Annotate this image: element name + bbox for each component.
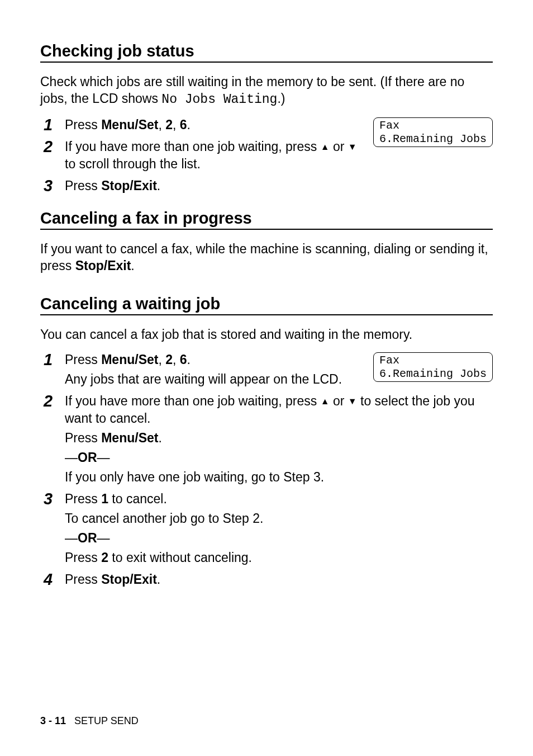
t: Menu/Set bbox=[101, 431, 158, 445]
steps-section3: 1 Press Menu/Set, 2, 6. Any jobs that ar… bbox=[40, 351, 493, 591]
intro-3: You can cancel a fax job that is stored … bbox=[40, 327, 493, 343]
t: , bbox=[158, 352, 165, 367]
step-num: 2 bbox=[40, 393, 65, 409]
up-arrow-icon: ▲ bbox=[321, 142, 330, 152]
up-arrow-icon: ▲ bbox=[321, 396, 330, 406]
s3-step3-l2: To cancel another job go to Step 2. bbox=[65, 510, 493, 527]
s3-step3-l3: —OR— bbox=[65, 530, 493, 547]
lcd-display-2: Fax 6.Remaining Jobs bbox=[373, 352, 493, 382]
intro-post: .) bbox=[277, 91, 285, 106]
down-arrow-icon: ▼ bbox=[348, 396, 357, 406]
page-footer: 3 - 11 SETUP SEND bbox=[40, 715, 139, 727]
t: to scroll through the list. bbox=[65, 157, 201, 171]
section-title-checking: Checking job status bbox=[40, 42, 493, 63]
t: 2 bbox=[101, 550, 108, 565]
t: 6 bbox=[180, 117, 187, 132]
t: Press bbox=[65, 352, 101, 367]
t: . bbox=[157, 178, 160, 193]
t: Stop/Exit bbox=[101, 572, 157, 587]
t: Press bbox=[65, 492, 101, 506]
t: or bbox=[330, 139, 348, 154]
lcd2-l2: 6.Remaining Jobs bbox=[379, 367, 487, 380]
step-num: 1 bbox=[40, 116, 65, 133]
t: Press bbox=[65, 431, 101, 445]
s3-step2-l4: If you only have one job waiting, go to … bbox=[65, 469, 493, 486]
s3-step3-l4: Press 2 to exit without canceling. bbox=[65, 549, 493, 566]
t: Stop/Exit bbox=[75, 258, 131, 273]
step-num: 3 bbox=[40, 490, 65, 507]
t: If you have more than one job waiting, p… bbox=[65, 394, 321, 408]
t: OR bbox=[78, 531, 97, 545]
t: 1 bbox=[101, 492, 108, 506]
step-3: 3 Press Stop/Exit. bbox=[40, 177, 493, 197]
lcd-display-1: Fax 6.Remaining Jobs bbox=[373, 117, 493, 147]
t: to cancel. bbox=[108, 492, 167, 506]
t: — bbox=[65, 450, 78, 465]
lcd1-l1: Fax bbox=[379, 119, 399, 132]
t: Press bbox=[65, 572, 101, 587]
step2-text: If you have more than one job waiting, p… bbox=[65, 138, 365, 173]
step1-text: Press Menu/Set, 2, 6. bbox=[65, 116, 365, 134]
page-number: 3 - 11 bbox=[40, 715, 66, 726]
s3-step1-l2: Any jobs that are waiting will appear on… bbox=[65, 371, 365, 388]
t: to exit without canceling. bbox=[108, 550, 252, 565]
lcd1-l2: 6.Remaining Jobs bbox=[379, 133, 487, 145]
chapter-name: SETUP SEND bbox=[74, 715, 139, 726]
t: . bbox=[131, 258, 134, 273]
t: Stop/Exit bbox=[101, 178, 157, 193]
step-num: 1 bbox=[40, 351, 65, 368]
intro-1: Check which jobs are still waiting in th… bbox=[40, 74, 493, 108]
step-1: 1 Press Menu/Set, 2, 6. Any jobs that ar… bbox=[40, 351, 365, 390]
t: , bbox=[158, 117, 165, 132]
step-num: 4 bbox=[40, 571, 65, 588]
lcd2-l1: Fax bbox=[379, 354, 399, 367]
step-4: 4 Press Stop/Exit. bbox=[40, 571, 493, 590]
s3-step2-l1: If you have more than one job waiting, p… bbox=[65, 393, 493, 427]
t: , bbox=[173, 352, 180, 367]
step3-text: Press Stop/Exit. bbox=[65, 177, 493, 195]
t: . bbox=[158, 431, 161, 445]
t: , bbox=[173, 117, 180, 132]
t: 6 bbox=[180, 352, 187, 367]
t: . bbox=[157, 572, 160, 587]
t: OR bbox=[78, 450, 97, 465]
s3-step1-l1: Press Menu/Set, 2, 6. bbox=[65, 351, 365, 368]
step-2: 2 If you have more than one job waiting,… bbox=[40, 393, 493, 488]
t: — bbox=[97, 531, 110, 545]
t: Press bbox=[65, 178, 101, 193]
t: . bbox=[187, 352, 191, 367]
step-1: 1 Press Menu/Set, 2, 6. bbox=[40, 116, 365, 136]
step-num: 2 bbox=[40, 138, 65, 155]
s3-step2-l3: —OR— bbox=[65, 449, 493, 466]
t: Menu/Set bbox=[101, 352, 158, 367]
step-num: 3 bbox=[40, 177, 65, 194]
s3-step2-l2: Press Menu/Set. bbox=[65, 429, 493, 447]
intro-mono: No Jobs Waiting bbox=[161, 92, 277, 107]
t: 2 bbox=[165, 117, 173, 132]
step-3: 3 Press 1 to cancel. To cancel another j… bbox=[40, 490, 493, 569]
intro-2: If you want to cancel a fax, while the m… bbox=[40, 241, 493, 275]
section-title-cancel-progress: Canceling a fax in progress bbox=[40, 209, 493, 230]
s3-step4-l1: Press Stop/Exit. bbox=[65, 571, 493, 588]
down-arrow-icon: ▼ bbox=[348, 142, 357, 152]
t: Press bbox=[65, 550, 101, 565]
s3-step3-l1: Press 1 to cancel. bbox=[65, 490, 493, 508]
t: . bbox=[187, 117, 191, 132]
t: — bbox=[65, 531, 78, 545]
t: Press bbox=[65, 117, 101, 132]
t: or bbox=[330, 394, 348, 408]
t: Menu/Set bbox=[101, 117, 158, 132]
t: If you have more than one job waiting, p… bbox=[65, 139, 321, 154]
t: — bbox=[97, 450, 110, 465]
t: 2 bbox=[165, 352, 173, 367]
step-2: 2 If you have more than one job waiting,… bbox=[40, 138, 365, 175]
section-title-cancel-waiting: Canceling a waiting job bbox=[40, 295, 493, 315]
